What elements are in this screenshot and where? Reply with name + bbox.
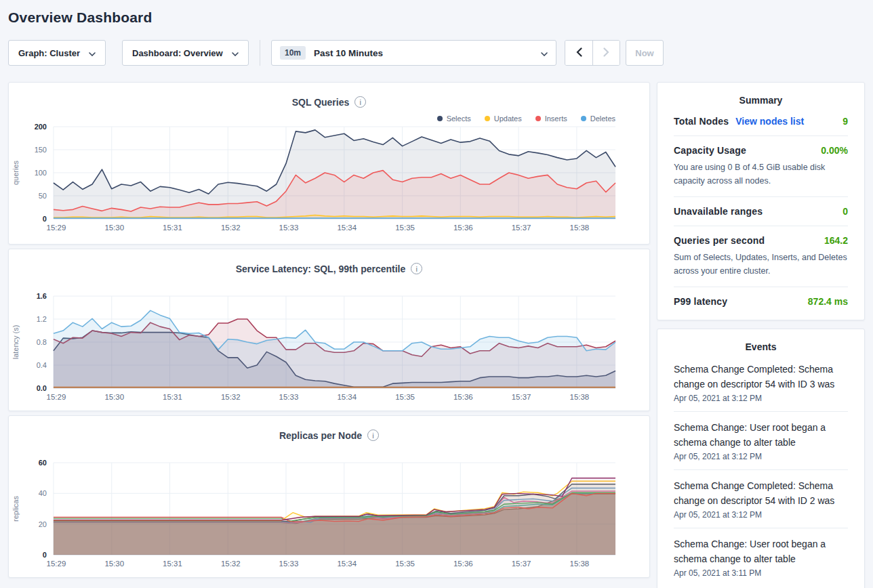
svg-text:latency (s): latency (s) <box>12 325 20 360</box>
summary-item-label: Unavailable ranges <box>674 206 763 217</box>
chart-title: Replicas per Node <box>279 430 362 441</box>
event-timestamp: Apr 05, 2021 at 3:11 PM <box>674 568 848 578</box>
svg-text:15:30: 15:30 <box>104 393 124 401</box>
event-item[interactable]: Schema Change: User root began a schema … <box>674 412 848 470</box>
legend-item-inserts[interactable]: Inserts <box>535 114 567 123</box>
svg-text:20: 20 <box>39 520 47 528</box>
view-nodes-list-link[interactable]: View nodes list <box>735 116 804 127</box>
svg-text:150: 150 <box>35 146 47 154</box>
events-title: Events <box>674 341 848 352</box>
chevron-down-icon <box>541 48 548 58</box>
now-button[interactable]: Now <box>626 40 664 66</box>
summary-item-description: You are using 0 B of 4.5 GiB usable disk… <box>674 161 848 188</box>
chevron-left-icon <box>576 47 582 59</box>
event-text: Schema Change Completed: Schema change o… <box>674 362 848 392</box>
summary-item-description: Sum of Selects, Updates, Inserts, and De… <box>674 251 848 278</box>
svg-text:15:32: 15:32 <box>221 560 241 568</box>
summary-item-capacity-usage: Capacity Usage0.00%You are using 0 B of … <box>674 136 848 197</box>
legend-item-selects[interactable]: Selects <box>437 114 471 123</box>
svg-text:60: 60 <box>39 459 47 467</box>
svg-text:15:35: 15:35 <box>395 224 415 232</box>
svg-text:15:36: 15:36 <box>453 224 473 232</box>
svg-text:queries: queries <box>12 161 20 185</box>
legend-dot <box>485 116 490 121</box>
toolbar: Graph: Cluster Dashboard: Overview 10m P… <box>8 40 865 66</box>
summary-panel: Summary Total NodesView nodes list9Capac… <box>657 82 865 320</box>
svg-text:100: 100 <box>35 169 47 177</box>
svg-text:40: 40 <box>39 489 47 497</box>
replicas-per-node-chart[interactable]: 020406015:2915:3015:3115:3215:3315:3415:… <box>9 459 649 571</box>
chevron-down-icon <box>232 48 239 58</box>
legend-dot <box>581 116 586 121</box>
legend-item-updates[interactable]: Updates <box>485 114 522 123</box>
svg-text:15:31: 15:31 <box>163 393 182 401</box>
svg-text:15:37: 15:37 <box>512 393 531 401</box>
dashboard-dropdown-label: Dashboard: Overview <box>132 48 223 58</box>
toolbar-divider <box>260 40 260 66</box>
svg-text:15:37: 15:37 <box>512 560 531 568</box>
svg-text:15:30: 15:30 <box>104 560 124 568</box>
summary-item-value: 872.4 ms <box>808 296 848 307</box>
dashboard-dropdown[interactable]: Dashboard: Overview <box>122 40 249 66</box>
time-range-badge: 10m <box>280 46 306 60</box>
event-timestamp: Apr 05, 2021 at 3:12 PM <box>674 452 848 461</box>
service-latency-chart-panel: Service Latency: SQL, 99th percentile i … <box>8 249 650 411</box>
event-timestamp: Apr 05, 2021 at 3:12 PM <box>674 510 848 520</box>
summary-item-value: 9 <box>842 116 848 127</box>
legend-item-deletes[interactable]: Deletes <box>581 114 615 123</box>
svg-text:15:38: 15:38 <box>570 393 590 401</box>
svg-text:15:29: 15:29 <box>47 560 66 568</box>
summary-item-value: 164.2 <box>824 235 848 246</box>
svg-text:15:38: 15:38 <box>570 224 590 232</box>
svg-text:15:37: 15:37 <box>512 224 531 232</box>
svg-text:15:33: 15:33 <box>279 393 299 401</box>
time-range-selector[interactable]: 10m Past 10 Minutes <box>271 40 556 66</box>
next-time-button[interactable] <box>592 41 620 65</box>
info-icon[interactable]: i <box>354 96 366 108</box>
summary-item-queries-per-second: Queries per second164.2Sum of Selects, U… <box>674 226 848 287</box>
sql-queries-chart[interactable]: 05010015020015:2915:3015:3115:3215:3315:… <box>9 123 649 235</box>
legend-label: Updates <box>494 114 522 123</box>
event-text: Schema Change: User root began a schema … <box>674 420 848 450</box>
svg-text:15:36: 15:36 <box>453 560 473 568</box>
chart-title-row: SQL Queries i <box>9 96 649 108</box>
svg-text:15:34: 15:34 <box>337 393 357 401</box>
summary-item-p99-latency: P99 latency872.4 ms <box>674 287 848 316</box>
svg-text:15:33: 15:33 <box>279 560 299 568</box>
info-icon[interactable]: i <box>411 263 422 274</box>
chart-title-row: Service Latency: SQL, 99th percentile i <box>9 263 649 274</box>
summary-item-total-nodes: Total NodesView nodes list9 <box>674 107 848 136</box>
svg-text:1.6: 1.6 <box>37 292 47 300</box>
event-item[interactable]: Schema Change Completed: Schema change o… <box>674 354 848 412</box>
legend-label: Deletes <box>590 114 615 123</box>
summary-item-label: Capacity Usage <box>674 145 746 156</box>
dashboard-content: SQL Queries i SelectsUpdatesInsertsDelet… <box>8 82 865 588</box>
legend-dot <box>535 116 541 121</box>
graph-dropdown[interactable]: Graph: Cluster <box>8 40 106 66</box>
graph-dropdown-label: Graph: Cluster <box>18 48 80 58</box>
chevron-right-icon <box>603 47 609 59</box>
svg-text:15:35: 15:35 <box>395 393 415 401</box>
time-pager <box>565 40 620 66</box>
chart-title-row: Replicas per Node i <box>9 429 649 441</box>
svg-text:1.2: 1.2 <box>37 315 47 323</box>
summary-title: Summary <box>674 95 848 106</box>
svg-text:15:33: 15:33 <box>279 224 299 232</box>
svg-text:15:38: 15:38 <box>570 560 590 568</box>
info-icon[interactable]: i <box>367 429 379 441</box>
service-latency-chart[interactable]: 0.00.40.81.21.615:2915:3015:3115:3215:33… <box>9 292 649 404</box>
svg-text:15:31: 15:31 <box>163 560 182 568</box>
events-panel: Events Schema Change Completed: Schema c… <box>657 329 865 588</box>
summary-item-label: P99 latency <box>674 296 727 307</box>
overview-dashboard-page: Overview Dashboard Graph: Cluster Dashbo… <box>0 9 873 588</box>
event-text: Schema Change: User root began a schema … <box>674 537 848 566</box>
page-title: Overview Dashboard <box>8 9 865 26</box>
event-item[interactable]: Schema Change: User root began a schema … <box>674 528 848 586</box>
prev-time-button[interactable] <box>565 41 592 65</box>
svg-text:15:35: 15:35 <box>395 560 415 568</box>
svg-text:0: 0 <box>43 215 47 223</box>
svg-text:15:36: 15:36 <box>453 393 473 401</box>
svg-text:replicas: replicas <box>12 496 20 522</box>
event-text: Schema Change Completed: Schema change o… <box>674 478 848 508</box>
event-item[interactable]: Schema Change Completed: Schema change o… <box>674 470 848 528</box>
